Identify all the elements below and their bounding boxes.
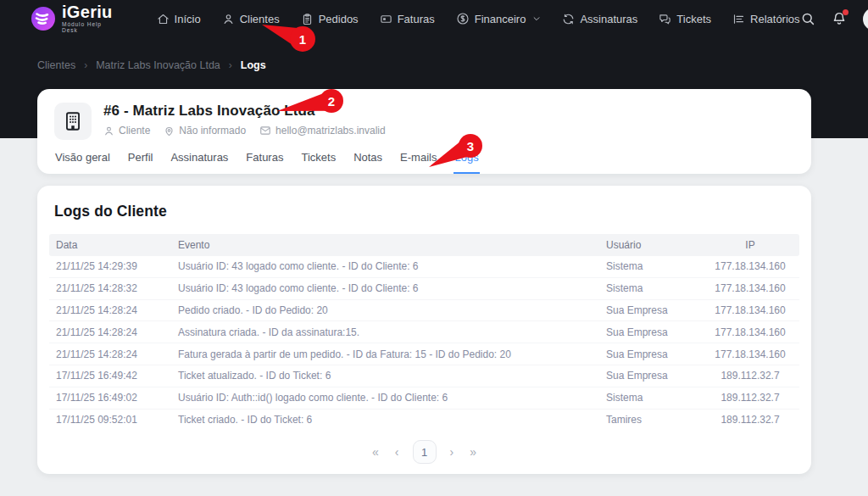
table-row: 21/11/25 14:29:39 Usuário ID: 43 logado …: [49, 256, 799, 278]
cell-data: 21/11/25 14:29:39: [49, 260, 171, 272]
topbar-actions: [800, 8, 868, 31]
cell-ip: 189.112.32.7: [701, 392, 799, 404]
nav-item-pedidos[interactable]: Pedidos: [301, 13, 359, 25]
tab-tickets[interactable]: Tickets: [300, 151, 337, 174]
cell-usuario: Sua Empresa: [599, 348, 701, 360]
nav-item-relatorios[interactable]: Relatórios: [732, 13, 800, 25]
tab-logs[interactable]: Logs: [453, 151, 479, 174]
user-avatar[interactable]: [863, 8, 868, 31]
mail-icon: [259, 125, 271, 137]
client-email: hello@matrizlabs.invalid: [259, 125, 386, 137]
main-nav: Início Clientes Pedidos Faturas Financei…: [157, 12, 800, 25]
pagination-current-page[interactable]: 1: [413, 440, 437, 464]
dollar-circle-icon: [456, 12, 470, 25]
bell-icon[interactable]: [832, 11, 847, 26]
pagination-first-button[interactable]: «: [370, 445, 381, 459]
cell-data: 17/11/25 16:49:02: [49, 392, 171, 404]
cell-evento: Ticket atualizado. - ID do Ticket: 6: [171, 370, 599, 382]
column-header-evento: Evento: [171, 239, 599, 251]
cell-usuario: Tamires: [599, 414, 701, 426]
nav-item-financeiro[interactable]: Financeiro: [456, 12, 542, 25]
cell-usuario: Sistema: [599, 392, 701, 404]
brand-tagline: Módulo Help Desk: [62, 22, 113, 33]
breadcrumb-client-name[interactable]: Matriz Labs Inovação Ltda: [96, 59, 220, 71]
nav-item-tickets[interactable]: Tickets: [659, 13, 711, 25]
nav-item-assinaturas[interactable]: Assinaturas: [562, 13, 637, 25]
nav-item-faturas[interactable]: Faturas: [380, 13, 435, 25]
tab-perfil[interactable]: Perfil: [127, 151, 154, 174]
logs-table-header: Data Evento Usuário IP: [49, 234, 799, 256]
client-title: #6 - Matriz Labs Inovação Ltda: [103, 103, 386, 120]
client-tabs: Visão geral Perfil Assinaturas Faturas T…: [54, 151, 794, 174]
chevron-down-icon: [532, 14, 541, 23]
cell-usuario: Sistema: [599, 282, 701, 294]
tab-notas[interactable]: Notas: [353, 151, 383, 174]
table-row: 17/11/25 16:49:42 Ticket atualizado. - I…: [49, 365, 799, 387]
cell-ip: 177.18.134.160: [701, 348, 799, 360]
cell-ip: 189.112.32.7: [701, 370, 799, 382]
table-row: 21/11/25 14:28:24 Fatura gerada à partir…: [49, 343, 799, 365]
home-icon: [157, 13, 170, 25]
notification-dot: [843, 9, 849, 15]
column-header-usuario: Usuário: [599, 239, 701, 251]
nav-item-clientes[interactable]: Clientes: [222, 13, 280, 25]
tab-faturas[interactable]: Faturas: [245, 151, 284, 174]
building-icon: [54, 103, 92, 140]
breadcrumb: Clientes › Matriz Labs Inovação Ltda › L…: [37, 59, 868, 71]
cell-usuario: Sua Empresa: [599, 326, 701, 338]
tab-emails[interactable]: E-mails: [399, 151, 437, 174]
brand-name: iGeriu: [62, 3, 113, 20]
chat-icon: [659, 13, 671, 25]
cell-ip: 177.18.134.160: [701, 304, 799, 316]
pagination: « ‹ 1 › »: [49, 440, 799, 464]
cell-usuario: Sistema: [599, 260, 701, 272]
breadcrumb-current: Logs: [241, 59, 266, 71]
cell-usuario: Sua Empresa: [599, 370, 701, 382]
cell-ip: 177.18.134.160: [701, 260, 799, 272]
cell-evento: Usuário ID: 43 logado como cliente. - ID…: [171, 260, 599, 272]
breadcrumb-separator: ›: [84, 59, 87, 71]
table-row: 21/11/25 14:28:24 Pedido criado. - ID do…: [49, 300, 799, 322]
client-location: Não informado: [164, 125, 246, 137]
search-icon[interactable]: [800, 11, 815, 26]
nav-item-inicio[interactable]: Início: [157, 13, 201, 25]
cell-ip: 177.18.134.160: [701, 326, 799, 338]
table-row: 21/11/25 14:28:32 Usuário ID: 43 logado …: [49, 278, 799, 300]
cell-evento: Usuário ID: Auth::id() logado como clien…: [171, 392, 599, 404]
breadcrumb-separator: ›: [229, 59, 232, 71]
cell-data: 21/11/25 14:28:32: [49, 282, 171, 294]
cell-evento: Usuário ID: 43 logado como cliente. - ID…: [171, 282, 599, 294]
table-row: 17/11/25 09:52:01 Ticket criado. - ID do…: [49, 410, 799, 432]
column-header-data: Data: [49, 239, 171, 251]
sync-icon: [562, 13, 575, 25]
cell-evento: Assinatura criada. - ID da assinatura:15…: [171, 326, 599, 338]
main-content: #6 - Matriz Labs Inovação Ltda Cliente N…: [37, 89, 811, 474]
client-logs-card: Logs do Cliente Data Evento Usuário IP 2…: [37, 186, 811, 474]
clipboard-icon: [301, 13, 314, 25]
logs-table-body: 21/11/25 14:29:39 Usuário ID: 43 logado …: [49, 256, 799, 431]
pagination-next-button[interactable]: ›: [448, 445, 457, 459]
top-navbar: iGeriu Módulo Help Desk Início Clientes …: [0, 0, 868, 37]
brand-logo-icon: [31, 6, 56, 31]
map-pin-icon: [164, 125, 175, 137]
invoice-card-icon: [380, 13, 392, 25]
brand-logo[interactable]: iGeriu Módulo Help Desk: [31, 3, 113, 33]
pagination-prev-button[interactable]: ‹: [392, 445, 402, 459]
breadcrumb-clientes[interactable]: Clientes: [37, 59, 75, 71]
client-summary-card: #6 - Matriz Labs Inovação Ltda Cliente N…: [37, 89, 811, 174]
cell-evento: Ticket criado. - ID do Ticket: 6: [171, 414, 599, 426]
cell-ip: 189.112.32.7: [701, 414, 799, 426]
pagination-last-button[interactable]: »: [467, 445, 479, 459]
cell-usuario: Sua Empresa: [599, 304, 701, 316]
user-icon: [222, 13, 235, 25]
cell-ip: 177.18.134.160: [701, 282, 799, 294]
logs-title: Logs do Cliente: [54, 203, 799, 220]
tab-assinaturas[interactable]: Assinaturas: [170, 151, 229, 174]
cell-data: 21/11/25 14:28:24: [49, 304, 171, 316]
cell-evento: Fatura gerada à partir de um pedido. - I…: [171, 348, 599, 360]
report-list-icon: [732, 13, 745, 25]
tab-visao-geral[interactable]: Visão geral: [54, 151, 111, 174]
cell-evento: Pedido criado. - ID do Pedido: 20: [171, 304, 599, 316]
client-meta: Cliente Não informado hello@matrizlabs.i…: [103, 125, 386, 137]
person-icon: [103, 125, 114, 137]
